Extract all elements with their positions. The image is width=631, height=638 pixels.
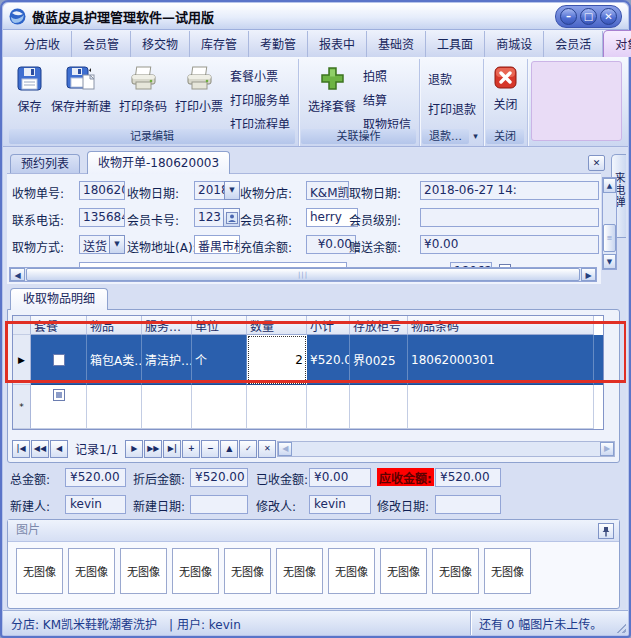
- select-package-button[interactable]: 选择套餐: [304, 61, 360, 114]
- pickup-method-dropdown-icon[interactable]: ▼: [109, 235, 125, 254]
- item-cell[interactable]: 箱包A类…: [87, 335, 142, 385]
- ribbon-tab-4[interactable]: 考勤管: [249, 31, 308, 57]
- ribbon-tab-10[interactable]: 对象管: [603, 30, 631, 57]
- created-by-field[interactable]: kevin: [65, 495, 126, 514]
- grid-column-header-2[interactable]: 服务…: [142, 316, 192, 335]
- grid-column-header-4[interactable]: 数量: [247, 316, 307, 335]
- card-no-field[interactable]: 123: [194, 208, 224, 227]
- package-receipt-link[interactable]: 套餐小票: [230, 67, 290, 84]
- nav-first-button[interactable]: |◀: [12, 440, 30, 458]
- grid-column-header-7[interactable]: 物品条码: [408, 316, 594, 335]
- ribbon-tab-7[interactable]: 工具面: [426, 31, 485, 57]
- grid-column-header-6[interactable]: 存放柜号: [350, 316, 408, 335]
- print-service-sheet-link[interactable]: 打印服务单: [230, 91, 290, 108]
- package-checkbox[interactable]: [53, 354, 65, 366]
- form-vertical-scrollbar[interactable]: ▲ ≡ ▼: [602, 177, 617, 270]
- subtotal-cell[interactable]: ¥520.00: [307, 335, 350, 385]
- cabinet-cell[interactable]: 界0025: [350, 335, 408, 385]
- unit-cell[interactable]: 个: [192, 335, 247, 385]
- ribbon-tab-8[interactable]: 商城设: [485, 31, 544, 57]
- nav-insert-button[interactable]: +: [182, 440, 200, 458]
- nav-next-page-button[interactable]: ▶▶: [144, 440, 162, 458]
- grid-column-header-1[interactable]: 物品: [87, 316, 142, 335]
- detail-tab[interactable]: 收取物品明细: [10, 288, 108, 310]
- grid-column-header-3[interactable]: 单位: [192, 316, 247, 335]
- image-placeholder-9[interactable]: 无图像: [484, 548, 531, 594]
- service-cell[interactable]: 清洁护…: [142, 335, 192, 385]
- maximize-button[interactable]: □: [580, 8, 597, 25]
- received-field[interactable]: ¥0.00: [309, 468, 371, 487]
- ribbon-tab-3[interactable]: 库存管: [190, 31, 249, 57]
- quantity-edit-cell[interactable]: 2: [247, 335, 307, 385]
- created-date-field[interactable]: [190, 495, 248, 514]
- print-refund-link[interactable]: 打印退款: [428, 100, 476, 117]
- scroll-left-icon[interactable]: ◀: [10, 268, 25, 281]
- total-field[interactable]: ¥520.00: [65, 468, 126, 487]
- ribbon-tab-1[interactable]: 会员管: [72, 31, 131, 57]
- image-placeholder-3[interactable]: 无图像: [172, 548, 219, 594]
- save-and-new-button[interactable]: 保存并新建: [47, 61, 115, 114]
- print-receipt-button[interactable]: 打印小票: [171, 61, 227, 114]
- ribbon-tab-9[interactable]: 会员活: [544, 31, 603, 57]
- minimize-button[interactable]: –: [560, 8, 577, 25]
- close-button[interactable]: ✕: [600, 8, 617, 25]
- image-placeholder-7[interactable]: 无图像: [380, 548, 427, 594]
- refund-link[interactable]: 退款: [428, 70, 476, 87]
- ribbon-tab-0[interactable]: 分店收: [13, 31, 72, 57]
- ribbon-tab-5[interactable]: 报表中: [308, 31, 367, 57]
- scroll-down-icon[interactable]: ▼: [603, 254, 616, 269]
- delivery-address-field[interactable]: 番禺市桥: [194, 235, 240, 254]
- ribbon-tab-2[interactable]: 移交物: [131, 31, 190, 57]
- scroll-right-icon[interactable]: ▶: [600, 442, 614, 456]
- member-lookup-button[interactable]: [223, 208, 240, 227]
- nav-last-button[interactable]: ▶|: [163, 440, 181, 458]
- nav-edit-button[interactable]: ▲: [220, 440, 238, 458]
- pin-button[interactable]: [598, 523, 614, 539]
- nav-next-button[interactable]: ▶: [125, 440, 143, 458]
- image-placeholder-8[interactable]: 无图像: [432, 548, 479, 594]
- image-placeholder-0[interactable]: 无图像: [16, 548, 63, 594]
- branch-field[interactable]: K&M凯米: [306, 181, 349, 200]
- grid-new-row[interactable]: *: [13, 385, 603, 429]
- navigator-scroll-strip[interactable]: ◀▶: [277, 441, 615, 457]
- package-checkbox[interactable]: [53, 389, 65, 401]
- gift-balance-field[interactable]: ¥0.00: [420, 235, 599, 254]
- nav-delete-button[interactable]: −: [201, 440, 219, 458]
- grid-column-header-5[interactable]: 小计: [307, 316, 350, 335]
- pickup-date-field[interactable]: 2018-06-27 14:: [420, 181, 599, 200]
- image-placeholder-2[interactable]: 无图像: [120, 548, 167, 594]
- grid-selected-row[interactable]: ▶ 箱包A类… 清洁护… 个 2 ¥520.00 界0025 180620003…: [13, 335, 603, 385]
- nav-post-button[interactable]: ✓: [239, 440, 257, 458]
- image-placeholder-5[interactable]: 无图像: [276, 548, 323, 594]
- document-close-icon[interactable]: ✕: [588, 155, 605, 171]
- nav-prior-page-button[interactable]: ◀◀: [31, 440, 49, 458]
- pickup-method-field[interactable]: 送货: [79, 235, 110, 254]
- scrollbar-thumb[interactable]: |||: [26, 268, 580, 281]
- settle-link[interactable]: 结算: [363, 91, 411, 108]
- form-horizontal-scrollbar[interactable]: ◀ ||| ▶: [9, 267, 597, 282]
- receipt-date-dropdown-icon[interactable]: ▼: [224, 181, 240, 200]
- modified-date-field[interactable]: [435, 495, 501, 514]
- refund-more-icon[interactable]: ▾: [469, 129, 482, 144]
- image-placeholder-4[interactable]: 无图像: [224, 548, 271, 594]
- close-form-button[interactable]: 关闭: [489, 61, 522, 112]
- tab-receive-order[interactable]: 收物开单-180620003: [87, 151, 230, 174]
- scroll-left-icon[interactable]: ◀: [278, 442, 292, 456]
- receipt-no-field[interactable]: 1806200: [79, 181, 125, 200]
- modified-by-field[interactable]: kevin: [309, 495, 371, 514]
- print-barcode-button[interactable]: 打印条码: [115, 61, 171, 114]
- phone-field[interactable]: 1356842: [79, 208, 125, 227]
- receipt-date-field[interactable]: 2018: [194, 181, 225, 200]
- member-level-field[interactable]: [420, 208, 599, 227]
- receivable-field[interactable]: ¥520.00: [435, 468, 501, 487]
- tab-reservation-list[interactable]: 预约列表: [10, 154, 80, 174]
- take-photo-link[interactable]: 拍照: [363, 67, 411, 84]
- ribbon-tab-6[interactable]: 基础资: [367, 31, 426, 57]
- scroll-right-icon[interactable]: ▶: [581, 268, 596, 281]
- image-placeholder-1[interactable]: 无图像: [68, 548, 115, 594]
- discounted-field[interactable]: ¥520.00: [190, 468, 248, 487]
- nav-prior-button[interactable]: ◀: [50, 440, 68, 458]
- scroll-up-icon[interactable]: ▲: [603, 178, 616, 193]
- grid-column-header-0[interactable]: 套餐: [31, 316, 87, 335]
- nav-cancel-button[interactable]: ✕: [258, 440, 276, 458]
